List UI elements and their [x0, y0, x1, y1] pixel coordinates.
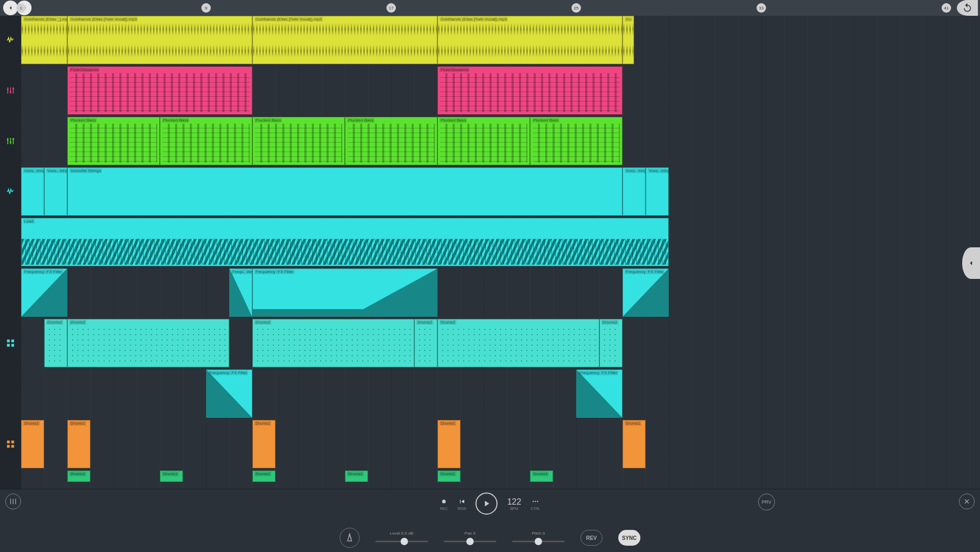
- clip-drums1a[interactable]: Drums1: [622, 420, 646, 468]
- clip-drums2[interactable]: Drums2: [437, 319, 599, 367]
- track-head-flute[interactable]: [0, 66, 21, 115]
- clip-label: Drums1: [440, 421, 456, 426]
- clip-drums1b[interactable]: Drums1: [437, 470, 461, 482]
- track-head-lead[interactable]: [0, 218, 21, 266]
- clip-lead[interactable]: Lead: [21, 218, 669, 266]
- tempo-display[interactable]: 122 BPM: [507, 497, 522, 510]
- clip-drums2[interactable]: Drums2: [414, 319, 437, 367]
- more-controls-button[interactable]: CTRL: [530, 497, 540, 510]
- pitch-slider[interactable]: [512, 538, 565, 545]
- track-head-drums2[interactable]: [0, 319, 21, 367]
- ruler-marker[interactable]: 41: [942, 3, 951, 13]
- play-button[interactable]: [476, 493, 498, 515]
- close-icon: ✕: [964, 497, 970, 506]
- svg-rect-10: [7, 440, 9, 443]
- clip-bass[interactable]: Plucked Bass: [160, 117, 252, 165]
- clip-fxfilter1[interactable]: Frequ...ilter: [229, 268, 252, 317]
- clip-strings[interactable]: Voxsville Strings: [67, 167, 622, 216]
- clip-vocal[interactable]: Go: [622, 16, 634, 64]
- clip-bass[interactable]: Plucked Bass: [437, 117, 530, 165]
- clip-bass[interactable]: Plucked Bass: [530, 117, 622, 165]
- clip-fxfilter2[interactable]: Frequency: FX Filter: [576, 369, 622, 418]
- clip-label: Drums1: [347, 471, 364, 476]
- clip-vocal[interactable]: Goldhands (Elias [Twin Vocal]).mp3: [67, 16, 252, 64]
- clip-label: FluteGlissando: [440, 67, 469, 72]
- mixer-button[interactable]: [5, 494, 21, 509]
- clip-drums1b[interactable]: Drums1: [160, 470, 183, 482]
- clip-bass[interactable]: Plucked Bass: [252, 117, 345, 165]
- pan-label: Pan 0: [465, 531, 476, 536]
- clip-strings[interactable]: Voxs...trings: [622, 167, 646, 216]
- ruler-marker[interactable]: 1: [16, 3, 26, 13]
- arrangement-grid[interactable]: Goldhands (Elias _).mp3Goldhands (Elias …: [21, 16, 980, 489]
- track-head-strings[interactable]: [0, 167, 21, 216]
- undo-button[interactable]: [957, 0, 978, 16]
- transport-bar: REC REW 122 BPM CTRL PRV ✕ Level 0.0 dB: [0, 489, 980, 552]
- clip-drums2[interactable]: Drums2: [252, 319, 414, 367]
- record-label: REC: [440, 507, 448, 510]
- ruler-marker[interactable]: 33: [757, 3, 766, 13]
- ruler-marker[interactable]: 25: [571, 3, 581, 13]
- clip-label: Drums1: [162, 471, 179, 476]
- clip-drums1a[interactable]: Drums1: [67, 420, 90, 468]
- clip-strings[interactable]: Voxs...trings: [44, 167, 67, 216]
- pitch-label: Pitch 0: [532, 531, 545, 536]
- track-head-fxfilter1[interactable]: [0, 268, 21, 317]
- reverse-toggle[interactable]: REV: [580, 530, 603, 546]
- level-slider[interactable]: [375, 538, 428, 545]
- sync-toggle[interactable]: SYNC: [618, 530, 640, 546]
- clip-flute[interactable]: FluteGlissando: [437, 66, 622, 115]
- clip-label: Drums1: [440, 471, 456, 476]
- metronome-button[interactable]: [340, 528, 360, 548]
- ruler-marker[interactable]: 17: [386, 3, 396, 13]
- clip-drums2[interactable]: Drums2: [67, 319, 229, 367]
- track-head-vocal[interactable]: [0, 16, 21, 64]
- clip-bass[interactable]: Plucked Bass: [67, 117, 160, 165]
- expand-right-button[interactable]: [962, 247, 980, 279]
- clip-drums1a[interactable]: Drums1: [21, 420, 44, 468]
- clip-drums1b[interactable]: Drums1: [530, 470, 553, 482]
- clip-label: FluteGlissando: [69, 67, 99, 72]
- clip-vocal[interactable]: Goldhands (Elias [Twin Vocal]).mp3: [437, 16, 622, 64]
- clip-drums1a[interactable]: Drums1: [437, 420, 461, 468]
- clip-strings[interactable]: Voxs...trings: [21, 167, 44, 216]
- timeline-ruler[interactable]: 1917253341: [0, 0, 980, 16]
- track-head-fxfilter2[interactable]: [0, 369, 21, 418]
- svg-rect-6: [7, 339, 9, 342]
- back-button[interactable]: [3, 1, 18, 15]
- close-button[interactable]: ✕: [959, 494, 975, 509]
- clip-fxfilter1[interactable]: Frequency: FX Filter: [622, 268, 669, 317]
- tempo-label: BPM: [510, 507, 518, 510]
- clip-bass[interactable]: Plucked Bass: [345, 117, 437, 165]
- clip-flute[interactable]: FluteGlissando: [67, 66, 252, 115]
- svg-marker-15: [230, 269, 252, 316]
- clip-drums1a[interactable]: Drums1: [252, 420, 275, 468]
- track-head-drums1a[interactable]: [0, 420, 21, 468]
- svg-point-3: [7, 139, 8, 140]
- pan-slider[interactable]: [444, 538, 496, 545]
- clip-fxfilter1[interactable]: Frequency: FX Filter: [21, 268, 67, 317]
- clip-label: Drums1: [23, 421, 40, 426]
- more-label: CTRL: [530, 507, 540, 510]
- clip-drums1b[interactable]: Drums1: [345, 470, 368, 482]
- preview-button[interactable]: PRV: [758, 494, 775, 510]
- clip-fxfilter2[interactable]: Frequency: FX Filter: [206, 369, 252, 418]
- clip-drums2[interactable]: Drums2: [599, 319, 622, 367]
- track-head-bass[interactable]: [0, 117, 21, 165]
- clip-vocal[interactable]: Goldhands (Elias [Twin Vocal]).mp3: [252, 16, 437, 64]
- clip-fxfilter1[interactable]: Frequency: FX Filter: [252, 268, 437, 317]
- clip-drums1b[interactable]: Drums1: [252, 470, 275, 482]
- clip-label: Drums1: [625, 421, 641, 426]
- clip-strings[interactable]: Voxs...trings: [646, 167, 669, 216]
- svg-point-4: [10, 142, 12, 143]
- clip-drums2[interactable]: Drums2: [44, 319, 67, 367]
- record-button[interactable]: REC: [440, 497, 448, 510]
- ruler-marker[interactable]: 9: [201, 3, 211, 13]
- clip-drums1b[interactable]: Drums1: [67, 470, 90, 482]
- clip-vocal[interactable]: Goldhands (Elias _).mp3: [21, 16, 67, 64]
- track-head-drums1b[interactable]: [0, 470, 21, 482]
- rewind-button[interactable]: REW: [457, 497, 466, 510]
- svg-point-23: [537, 500, 538, 501]
- svg-point-1: [10, 91, 12, 93]
- clip-label: Drums2: [440, 320, 456, 325]
